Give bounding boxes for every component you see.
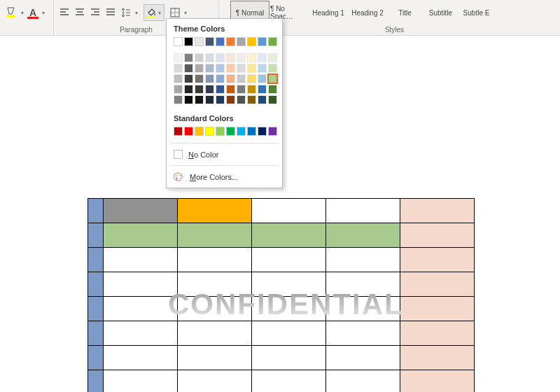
color-swatch[interactable] — [258, 37, 267, 46]
color-swatch[interactable] — [247, 127, 256, 136]
table-cell[interactable] — [88, 297, 104, 321]
color-swatch[interactable] — [184, 37, 193, 46]
color-swatch[interactable] — [226, 85, 235, 94]
color-swatch[interactable] — [226, 127, 235, 136]
color-swatch[interactable] — [216, 127, 225, 136]
style-subtitle[interactable]: Subtitle — [423, 1, 458, 24]
table-cell[interactable] — [88, 199, 104, 223]
color-swatch[interactable] — [174, 85, 183, 94]
color-swatch[interactable] — [184, 95, 193, 104]
align-left-button[interactable] — [57, 5, 71, 20]
color-swatch[interactable] — [184, 127, 193, 136]
table-cell[interactable] — [104, 321, 178, 346]
table-cell[interactable] — [88, 370, 104, 393]
table-cell[interactable] — [252, 223, 326, 248]
table-cell[interactable] — [178, 223, 252, 248]
color-swatch[interactable] — [184, 64, 193, 73]
color-swatch[interactable] — [268, 74, 277, 83]
table-cell[interactable] — [88, 248, 104, 272]
text-highlight-button[interactable] — [4, 5, 19, 20]
color-swatch[interactable] — [216, 37, 225, 46]
style-title[interactable]: Title — [387, 1, 423, 24]
color-swatch[interactable] — [226, 74, 235, 83]
color-swatch[interactable] — [247, 64, 256, 73]
color-swatch[interactable] — [216, 53, 225, 62]
color-swatch[interactable] — [268, 95, 277, 104]
color-swatch[interactable] — [258, 64, 267, 73]
color-swatch[interactable] — [226, 37, 235, 46]
color-swatch[interactable] — [205, 95, 214, 104]
table-cell[interactable] — [400, 346, 475, 370]
table-cell[interactable] — [400, 223, 475, 248]
font-color-button[interactable]: A — [26, 5, 40, 20]
table-cell[interactable] — [178, 248, 252, 272]
table-cell[interactable] — [88, 346, 104, 370]
color-swatch[interactable] — [247, 53, 256, 62]
line-spacing-dropdown[interactable]: ▾ — [134, 5, 139, 20]
color-swatch[interactable] — [258, 127, 267, 136]
color-swatch[interactable] — [247, 74, 256, 83]
align-right-button[interactable] — [88, 5, 102, 20]
table-cell[interactable] — [104, 370, 178, 393]
color-swatch[interactable] — [268, 127, 277, 136]
color-swatch[interactable] — [237, 53, 246, 62]
table-cell[interactable] — [326, 346, 400, 370]
color-swatch[interactable] — [237, 37, 246, 46]
color-swatch[interactable] — [226, 53, 235, 62]
font-color-dropdown[interactable]: ▾ — [41, 5, 46, 20]
no-color-option[interactable]: No Color — [167, 146, 282, 162]
table-cell[interactable] — [400, 272, 475, 297]
more-colors-option[interactable]: More Colors... — [167, 169, 282, 185]
table-cell[interactable] — [178, 346, 252, 370]
document-table[interactable] — [88, 198, 475, 392]
color-swatch[interactable] — [237, 64, 246, 73]
table-cell[interactable] — [326, 321, 400, 346]
color-swatch[interactable] — [258, 53, 267, 62]
table-cell[interactable] — [400, 370, 475, 393]
color-swatch[interactable] — [268, 53, 277, 62]
color-swatch[interactable] — [205, 53, 214, 62]
shading-dropdown-caret[interactable]: ▾ — [157, 5, 162, 20]
table-cell[interactable] — [178, 199, 252, 223]
color-swatch[interactable] — [226, 64, 235, 73]
color-swatch[interactable] — [258, 74, 267, 83]
table-cell[interactable] — [400, 321, 475, 346]
color-swatch[interactable] — [216, 95, 225, 104]
table-cell[interactable] — [252, 199, 326, 223]
table-cell[interactable] — [326, 370, 400, 393]
color-swatch[interactable] — [174, 95, 183, 104]
color-swatch[interactable] — [216, 64, 225, 73]
table-cell[interactable] — [400, 199, 475, 223]
table-cell[interactable] — [104, 223, 178, 248]
color-swatch[interactable] — [216, 85, 225, 94]
align-justify-button[interactable] — [104, 5, 118, 20]
table-cell[interactable] — [104, 272, 178, 297]
table-cell[interactable] — [252, 321, 326, 346]
table-cell[interactable] — [104, 346, 178, 370]
color-swatch[interactable] — [205, 85, 214, 94]
table-cell[interactable] — [88, 272, 104, 297]
color-swatch[interactable] — [247, 95, 256, 104]
table-cell[interactable] — [104, 248, 178, 272]
table-cell[interactable] — [326, 248, 400, 272]
color-swatch[interactable] — [174, 64, 183, 73]
color-swatch[interactable] — [247, 85, 256, 94]
table-cell[interactable] — [178, 321, 252, 346]
table-cell[interactable] — [400, 297, 475, 321]
style-heading-1[interactable]: Heading 1 — [309, 1, 348, 24]
color-swatch[interactable] — [237, 95, 246, 104]
color-swatch[interactable] — [174, 127, 183, 136]
color-swatch[interactable] — [258, 85, 267, 94]
color-swatch[interactable] — [268, 85, 277, 94]
text-highlight-dropdown[interactable]: ▾ — [20, 5, 25, 20]
color-swatch[interactable] — [195, 74, 204, 83]
color-swatch[interactable] — [195, 64, 204, 73]
color-swatch[interactable] — [195, 53, 204, 62]
table-cell[interactable] — [326, 199, 400, 223]
table-cell[interactable] — [88, 223, 104, 248]
table-cell[interactable] — [252, 272, 326, 297]
shading-button[interactable]: ▾ — [144, 4, 164, 21]
table-cell[interactable] — [104, 199, 178, 223]
color-swatch[interactable] — [174, 74, 183, 83]
table-cell[interactable] — [326, 272, 400, 297]
